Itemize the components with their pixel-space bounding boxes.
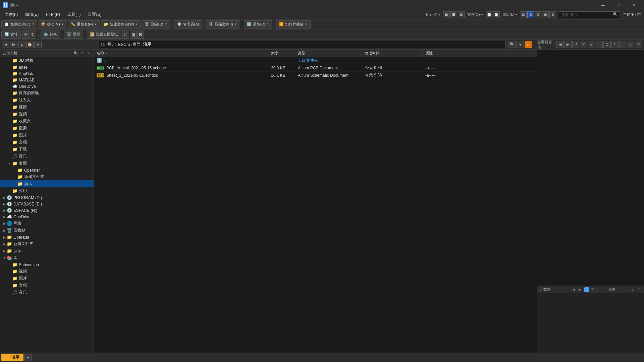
- viewer-zoom-in[interactable]: +: [588, 41, 595, 48]
- viewer-close[interactable]: ✕: [635, 41, 642, 48]
- col-header-attr[interactable]: 属性: [423, 50, 456, 57]
- file-row-0[interactable]: ⬆️...上级文件夹: [94, 57, 537, 64]
- addr-go-btn[interactable]: ▶: [525, 41, 532, 48]
- tab-active[interactable]: 演示: [1, 354, 23, 361]
- sidebar-search-btn[interactable]: 🔍: [73, 51, 79, 56]
- tree-item-34[interactable]: 🎵音乐: [0, 289, 94, 296]
- file-row-1[interactable]: PCBPCB_Yanshi_2021-05-15.pcbdoc39.8 KBAl…: [94, 64, 537, 72]
- properties-btn[interactable]: ℹ️ 属性(R) ▼: [244, 20, 272, 28]
- viewer-back-btn[interactable]: ◀: [556, 41, 564, 48]
- compress-btn[interactable]: 🗜️ 压缩文件(I) ▼: [206, 20, 240, 28]
- tree-item-8[interactable]: 📁视频: [0, 111, 94, 118]
- tree-item-13[interactable]: 📁下载: [0, 146, 94, 153]
- tree-item-29[interactable]: ▼📚库: [0, 254, 94, 261]
- viewer-zoom-out[interactable]: -: [596, 41, 603, 48]
- tree-item-15[interactable]: ▼📁桌面: [0, 160, 94, 167]
- new-folder-dropdown[interactable]: ▼: [136, 23, 138, 26]
- metadata-maximize[interactable]: □: [631, 287, 635, 292]
- slideshow-dropdown[interactable]: ▼: [305, 23, 308, 26]
- tree-item-20[interactable]: ▶💿PROGRAM (D:): [0, 194, 94, 201]
- menu-edit[interactable]: 编辑(E): [22, 10, 42, 19]
- tree-item-27[interactable]: ▶📁新建文件夹: [0, 240, 94, 247]
- win-btn-1[interactable]: ⊟: [520, 11, 527, 18]
- tree-item-25[interactable]: ▶🗑️回收站: [0, 227, 94, 234]
- menu-tools[interactable]: 工具(T): [64, 10, 84, 19]
- col-header-modified[interactable]: 修改时间: [362, 50, 423, 57]
- nav-home-btn[interactable]: 🏠: [26, 41, 34, 48]
- tree-item-4[interactable]: ☁️OneDrive: [0, 83, 94, 89]
- view-btn-2[interactable]: ☰: [450, 11, 457, 18]
- menu-settings[interactable]: 设置(S): [85, 10, 105, 19]
- sidebar-sort-btn[interactable]: ⇅: [80, 51, 85, 56]
- tree-item-0[interactable]: 📁3D 对象: [0, 57, 94, 64]
- move-btn[interactable]: 📦 移动(M) ▼: [38, 20, 67, 28]
- metadata-nav-back[interactable]: ◀: [572, 287, 576, 292]
- rotate-left-btn[interactable]: ↺: [22, 31, 29, 39]
- metadata-cancel-label[interactable]: 撤消: [608, 287, 623, 292]
- tree-item-21[interactable]: ▶💿DATABASE (E:): [0, 201, 94, 207]
- tree-item-9[interactable]: 📁收藏夹: [0, 118, 94, 125]
- compress-dropdown[interactable]: ▼: [234, 23, 237, 26]
- tree-item-18[interactable]: 📁演示: [0, 180, 94, 187]
- close-button[interactable]: ✕: [626, 0, 641, 10]
- addr-search-btn[interactable]: 🔍: [508, 41, 516, 48]
- move-dropdown[interactable]: ▼: [61, 23, 64, 26]
- viewer-rotate[interactable]: ↻: [611, 41, 619, 48]
- win-btn-4[interactable]: ⊠: [542, 11, 549, 18]
- wallpaper-btn-2[interactable]: ▦: [130, 31, 137, 39]
- addr-dropdown-btn[interactable]: ▼: [517, 41, 524, 48]
- display-btn[interactable]: 🖥️ 显示: [64, 31, 83, 39]
- new-folder-btn[interactable]: 📁 新建文件夹(W) ▼: [101, 20, 141, 28]
- col-header-type[interactable]: 类型: [295, 50, 362, 57]
- minimize-button[interactable]: —: [595, 0, 610, 10]
- tree-item-19[interactable]: 📁公用: [0, 187, 94, 194]
- sidebar-close-btn[interactable]: ✕: [86, 51, 91, 56]
- tab-add-btn[interactable]: +: [24, 354, 32, 361]
- col-header-size[interactable]: 大小: [268, 50, 295, 57]
- rotate-right-btn[interactable]: ↻: [30, 31, 36, 39]
- metadata-apply-label[interactable]: 立用: [591, 287, 606, 292]
- tree-item-14[interactable]: 🎵音乐: [0, 153, 94, 160]
- win-btn-5[interactable]: ⊟: [549, 11, 556, 18]
- file-btn-2[interactable]: 📑: [493, 11, 500, 18]
- wallpaper-btn[interactable]: 🖼️ 设置桌面壁纸: [87, 31, 121, 39]
- wallpaper-btn-3[interactable]: ⊠: [137, 31, 144, 39]
- win-btn-2[interactable]: ⊞: [527, 11, 534, 18]
- rename-btn[interactable]: ✏️ 重命名(N) ▼: [68, 20, 100, 28]
- delete-dropdown[interactable]: ▼: [165, 23, 167, 26]
- file-row-2[interactable]: SCHSheet_1_2021-05-15.schdoc16.1 KBAltiu…: [94, 72, 537, 79]
- copy-btn[interactable]: 📋 复制文件(C) ▼: [1, 20, 37, 28]
- tree-item-32[interactable]: 📁图片: [0, 275, 94, 282]
- tree-item-22[interactable]: ▶💿ESPACE (H:): [0, 207, 94, 214]
- nav-bookmark-btn[interactable]: ★: [34, 41, 42, 48]
- tree-item-2[interactable]: 📁AppData: [0, 70, 94, 77]
- viewer-minimize[interactable]: —: [619, 41, 626, 48]
- metadata-minimize[interactable]: —: [625, 287, 630, 292]
- viewer-refresh-btn[interactable]: ↺: [572, 41, 579, 48]
- delete-btn[interactable]: 🗑️ 删除(D) ▼: [142, 20, 170, 28]
- metadata-close[interactable]: ✕: [637, 287, 641, 292]
- tree-item-1[interactable]: 📁ansel: [0, 64, 94, 70]
- viewer-stop-btn[interactable]: ✕: [580, 41, 587, 48]
- tree-item-6[interactable]: 📁联系人: [0, 97, 94, 104]
- viewer-fit[interactable]: ⊡: [603, 41, 610, 48]
- view-btn-3[interactable]: ⊞: [458, 11, 465, 18]
- rename-dropdown[interactable]: ▼: [94, 23, 97, 26]
- slideshow-btn[interactable]: ▶️ 幻灯片播放 ▼: [276, 20, 311, 28]
- search-input[interactable]: [559, 11, 619, 18]
- convert-btn[interactable]: ⚙️ 转换: [41, 31, 60, 39]
- view-btn-1[interactable]: ▦: [443, 11, 450, 18]
- col-header-name[interactable]: 名称 ▲: [94, 50, 268, 57]
- win-btn-3[interactable]: ⊟: [535, 11, 541, 18]
- tree-item-30[interactable]: 📁Subversion: [0, 261, 94, 268]
- maximize-button[interactable]: □: [610, 0, 626, 10]
- wallpaper-btn-1[interactable]: □: [122, 31, 129, 39]
- rotate-btn[interactable]: 🔄 旋转: [1, 31, 21, 39]
- copy-dropdown[interactable]: ▼: [32, 23, 34, 26]
- tree-item-12[interactable]: 📁文档: [0, 139, 94, 146]
- tree-item-5[interactable]: 📁保存的游戏: [0, 89, 94, 97]
- admin-btn[interactable]: 🛡️ 管理员(A): [174, 20, 202, 28]
- metadata-nav-forward[interactable]: ▶: [578, 287, 582, 292]
- metadata-apply-btn[interactable]: [584, 287, 589, 292]
- tree-item-16[interactable]: 📁Operater: [0, 167, 94, 173]
